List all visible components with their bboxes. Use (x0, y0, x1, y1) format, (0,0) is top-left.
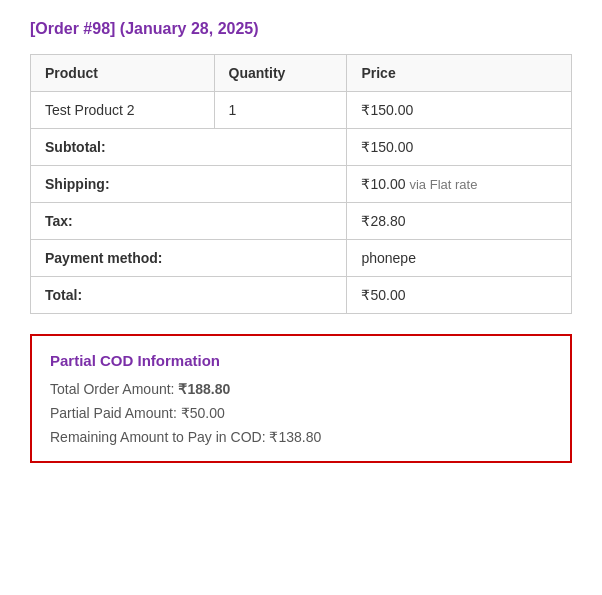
remaining-label: Remaining Amount to Pay in COD: (50, 429, 269, 445)
total-order-line: Total Order Amount: ₹188.80 (50, 381, 552, 397)
total-label: Total: (31, 277, 347, 314)
subtotal-value: ₹150.00 (347, 129, 572, 166)
payment-row: Payment method: phonepe (31, 240, 572, 277)
tax-value: ₹28.80 (347, 203, 572, 240)
partial-paid-line: Partial Paid Amount: ₹50.00 (50, 405, 552, 421)
remaining-line: Remaining Amount to Pay in COD: ₹138.80 (50, 429, 552, 445)
total-value: ₹50.00 (347, 277, 572, 314)
product-price: ₹150.00 (347, 92, 572, 129)
partial-cod-box: Partial COD Information Total Order Amou… (30, 334, 572, 463)
subtotal-row: Subtotal: ₹150.00 (31, 129, 572, 166)
col-header-price: Price (347, 55, 572, 92)
col-header-quantity: Quantity (214, 55, 347, 92)
col-header-product: Product (31, 55, 215, 92)
payment-value: phonepe (347, 240, 572, 277)
product-quantity: 1 (214, 92, 347, 129)
partial-paid-value: ₹50.00 (181, 405, 225, 421)
subtotal-label: Subtotal: (31, 129, 347, 166)
table-header-row: Product Quantity Price (31, 55, 572, 92)
partial-paid-label: Partial Paid Amount: (50, 405, 181, 421)
tax-label: Tax: (31, 203, 347, 240)
remaining-value: ₹138.80 (269, 429, 321, 445)
payment-label: Payment method: (31, 240, 347, 277)
table-row: Test Product 2 1 ₹150.00 (31, 92, 572, 129)
total-order-label: Total Order Amount: (50, 381, 178, 397)
total-order-value: ₹188.80 (178, 381, 230, 397)
shipping-value: ₹10.00via Flat rate (347, 166, 572, 203)
order-title: [Order #98] (January 28, 2025) (30, 20, 572, 38)
order-table: Product Quantity Price Test Product 2 1 … (30, 54, 572, 314)
product-name: Test Product 2 (31, 92, 215, 129)
shipping-label: Shipping: (31, 166, 347, 203)
partial-cod-title: Partial COD Information (50, 352, 552, 369)
total-row: Total: ₹50.00 (31, 277, 572, 314)
shipping-row: Shipping: ₹10.00via Flat rate (31, 166, 572, 203)
tax-row: Tax: ₹28.80 (31, 203, 572, 240)
